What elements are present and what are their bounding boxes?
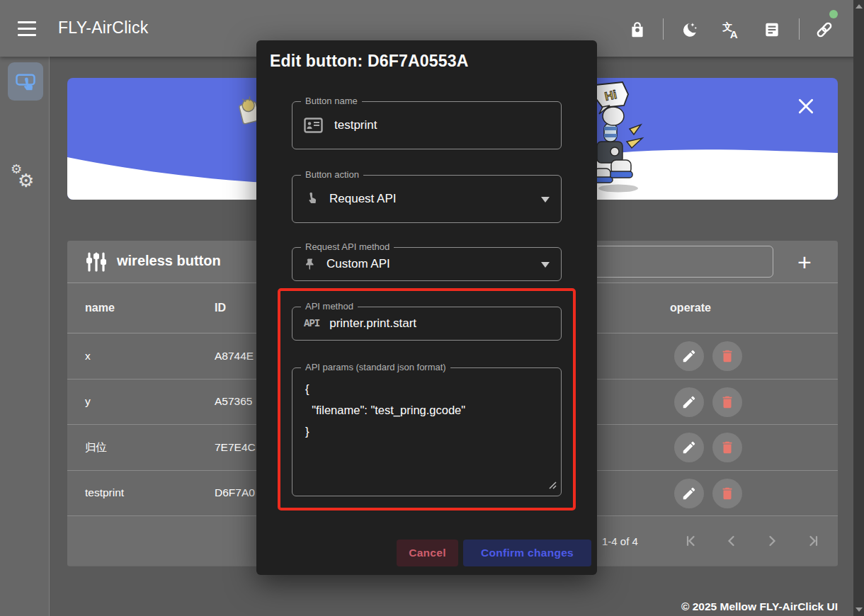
edit-button[interactable] (674, 479, 704, 508)
button-name-input[interactable] (333, 118, 550, 133)
field-label: Button action (301, 169, 363, 180)
link-icon[interactable] (810, 16, 839, 44)
field-label: API params (standard json format) (301, 362, 450, 372)
close-icon[interactable] (795, 96, 817, 118)
column-header-id: ID (215, 302, 226, 314)
panel-title: wireless button (117, 253, 221, 269)
edit-button[interactable] (674, 387, 704, 417)
field-label: Request API method (301, 241, 394, 252)
previous-page-icon[interactable] (719, 528, 744, 554)
request-api-method-select[interactable]: Request API method Custom API (292, 247, 562, 281)
api-text-icon: API (304, 318, 319, 329)
app-title: FLY-AirClick (58, 18, 149, 38)
chevron-down-icon (541, 258, 550, 270)
svg-text:A: A (730, 28, 738, 40)
confirm-changes-button[interactable]: Confirm changes (463, 540, 591, 566)
button-action-select[interactable]: Button action Request API (292, 175, 562, 223)
contact-card-icon (304, 118, 323, 133)
tap-button-icon (15, 71, 36, 92)
column-header-name: name (85, 302, 115, 314)
gear-icon: ⚙ (18, 170, 34, 191)
delete-button[interactable] (712, 341, 742, 371)
cancel-button[interactable]: Cancel (397, 540, 458, 566)
edit-button[interactable] (674, 341, 704, 371)
cell-id: 7E7E4C (215, 441, 256, 454)
button-name-field: Button name (292, 101, 562, 149)
toolbar-divider (663, 18, 664, 40)
resize-handle-icon[interactable] (548, 479, 557, 492)
scroll-up-arrow-icon[interactable] (856, 4, 863, 8)
hand-pointer-icon (304, 190, 319, 207)
delete-button[interactable] (712, 479, 742, 508)
next-page-icon[interactable] (759, 528, 785, 554)
dark-mode-moon-icon[interactable] (675, 16, 703, 44)
field-label: API method (301, 301, 358, 312)
dialog-title: Edit button: D6F7A0553A (270, 52, 469, 71)
document-icon[interactable] (758, 16, 786, 44)
cell-id: A8744E (215, 350, 254, 363)
add-button[interactable]: + (788, 247, 821, 277)
api-params-field: API params (standard json format) { "fil… (292, 367, 562, 496)
api-method-field: API method API printer.print.start (292, 307, 562, 341)
copyright-footer: © 2025 Mellow FLY-AirClick UI (681, 600, 838, 613)
last-page-icon[interactable] (800, 528, 825, 554)
translate-icon[interactable]: 文 A (717, 16, 745, 44)
sidebar-item-remote-buttons[interactable] (8, 62, 43, 101)
cell-name: y (85, 395, 91, 408)
edit-button[interactable] (674, 433, 704, 462)
cell-name: testprint (85, 486, 124, 499)
delete-button[interactable] (712, 387, 742, 417)
sidebar-item-settings[interactable]: ⚙ ⚙ (11, 161, 40, 194)
field-label: Button name (301, 96, 362, 106)
cell-id: A57365 (215, 395, 252, 408)
online-status-dot (829, 10, 838, 18)
app-root: FLY-AirClick 文 A (0, 0, 864, 616)
tune-sliders-icon (85, 251, 108, 276)
page-scrollbar[interactable] (853, 0, 864, 616)
store-bag-icon[interactable] (623, 16, 652, 44)
pagination-range-label: 1-4 of 4 (602, 535, 638, 547)
cell-name: 归位 (85, 440, 107, 455)
button-action-value: Request API (329, 192, 397, 206)
delete-button[interactable] (712, 433, 742, 462)
api-method-value[interactable]: printer.print.start (329, 316, 416, 331)
api-params-textarea[interactable]: { "filename": "test_pring.gcode" } (304, 377, 552, 489)
edit-button-dialog: Edit button: D6F7A0553A Button name Butt… (256, 40, 597, 575)
sidebar: ⚙ ⚙ (0, 57, 50, 616)
menu-icon[interactable] (18, 21, 36, 36)
request-api-method-value: Custom API (326, 257, 390, 271)
first-page-icon[interactable] (679, 528, 705, 554)
cell-name: x (85, 350, 91, 363)
column-header-operate: operate (666, 302, 715, 314)
scroll-down-arrow-icon[interactable] (856, 608, 863, 612)
cell-id: D6F7A0 (215, 486, 255, 499)
chevron-down-icon (541, 193, 550, 205)
toolbar-divider (799, 18, 800, 40)
push-pin-icon (304, 256, 317, 273)
